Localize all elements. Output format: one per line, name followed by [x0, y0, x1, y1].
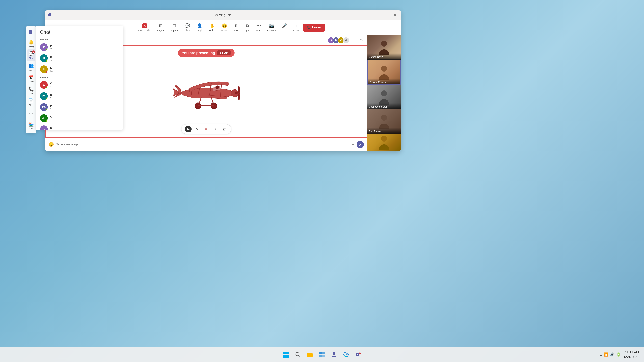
camera-icon: 📷	[269, 23, 274, 28]
svg-point-18	[216, 86, 219, 89]
chat-badge: 1	[32, 50, 35, 53]
status-dot	[46, 120, 48, 122]
chat-toolbar-label: Chat	[185, 29, 190, 32]
svg-line-30	[298, 355, 300, 357]
search-btn[interactable]	[293, 350, 303, 360]
avatar: C	[40, 81, 48, 89]
mic-icon: 🎤	[282, 23, 287, 28]
participant-name: Ray Tanaka	[367, 128, 401, 134]
share-btn[interactable]: ↑ Share	[291, 22, 302, 33]
pointer-btn[interactable]: ↖	[194, 126, 200, 132]
store-label: Store	[29, 128, 34, 130]
sidebar-item-activity[interactable]: 🔔 Activity	[27, 38, 36, 49]
file-explorer-btn[interactable]	[305, 350, 315, 360]
sidebar-item-calls[interactable]: 📞 Calls	[27, 85, 36, 96]
svg-text:T: T	[49, 13, 51, 16]
camera-label: Camera	[267, 29, 276, 32]
taskview-btn[interactable]	[317, 350, 327, 360]
recent-item-4[interactable]: OK O Y...	[36, 113, 123, 124]
sidebar-item-calendar[interactable]: 📅 Calendar	[27, 73, 36, 85]
upload-icon[interactable]: ↑	[352, 37, 356, 43]
stop-sharing-btn[interactable]: ✕ Stop sharing	[136, 22, 154, 33]
sidebar-item-files[interactable]: 📄 Files	[27, 96, 36, 108]
delete-btn[interactable]: 🗑	[221, 126, 228, 132]
recent-item-2[interactable]: EC E E...	[36, 90, 123, 102]
chat-btn[interactable]: 💬 Chat	[182, 22, 192, 33]
play-btn[interactable]: ▶	[185, 126, 192, 132]
pinned-item-2[interactable]: B B T...	[36, 53, 123, 64]
avatar-group: S D C +2	[328, 37, 350, 43]
avatar: OK	[40, 114, 48, 122]
layout-btn[interactable]: ⊞ Layout	[155, 22, 167, 33]
send-btn[interactable]: ➤	[356, 141, 364, 148]
recent-item-5[interactable]: DF D D...	[36, 124, 123, 130]
sidebar-item-teams[interactable]: 👥 Teams	[27, 61, 36, 73]
attach-icon[interactable]: +	[352, 142, 354, 147]
smiley-icon[interactable]: 😊	[49, 142, 54, 147]
pop-out-icon: ⊡	[172, 23, 176, 28]
status-dot	[46, 98, 48, 100]
pen-red-btn[interactable]: ✏	[203, 126, 210, 132]
teams-meet-btn[interactable]	[329, 350, 339, 360]
participants-sidebar: Serena Davis Daniela Mandera	[367, 35, 401, 151]
status-dot	[46, 87, 48, 89]
status-dot	[46, 49, 48, 51]
recent-item-3[interactable]: MB M S...	[36, 102, 123, 113]
pop-out-btn[interactable]: ⊡ Pop out	[168, 22, 181, 33]
raise-btn[interactable]: ✋ Raise	[207, 22, 218, 33]
sidebar-item-chat[interactable]: 💬 1 Chat	[27, 49, 36, 61]
pinned-label: Pinned	[36, 37, 123, 41]
teams-main-btn[interactable]: T	[353, 350, 363, 360]
sidebar-item-more[interactable]: •••	[27, 108, 36, 120]
close-btn[interactable]: ✕	[392, 12, 398, 18]
camera-btn[interactable]: 📷 Camera	[265, 22, 278, 33]
settings-icon[interactable]: ⚙	[358, 37, 364, 43]
presenting-text: You are presenting	[182, 51, 215, 55]
recent-item-1[interactable]: C C C...	[36, 79, 123, 90]
svg-point-39	[359, 353, 361, 354]
people-label: People	[196, 29, 203, 32]
chevron-up-icon[interactable]: ∧	[600, 353, 602, 357]
view-btn[interactable]: 👁 View	[231, 22, 241, 33]
participant-tile: Charlotte de Crum	[367, 85, 401, 109]
more-label: More	[256, 29, 261, 32]
pen-gray-btn[interactable]: ✒	[212, 126, 219, 132]
participant-tile: Ray Tanaka	[367, 109, 401, 134]
phone-icon: 📞	[307, 26, 311, 29]
react-btn[interactable]: 😊 React	[219, 22, 230, 33]
svg-rect-28	[286, 355, 289, 358]
taskbar-right: ∧ 📶 🔊 🔋 11:11 AM 6/24/2021	[600, 350, 639, 359]
participant-name: Charlotte de Crum	[367, 103, 401, 109]
apps-icon: ⧉	[246, 23, 249, 28]
chat-panel: Chat Pinned P P D... B B T... K K K... R…	[36, 26, 123, 130]
start-btn[interactable]	[281, 350, 291, 360]
svg-rect-34	[319, 355, 322, 357]
react-label: React	[221, 29, 228, 32]
participant-tile	[367, 134, 401, 151]
chat-message-input[interactable]	[56, 143, 349, 146]
more-icon: •••	[29, 112, 33, 116]
stop-presenting-btn[interactable]: STOP	[217, 50, 230, 55]
apps-btn[interactable]: ⧉ Apps	[242, 22, 252, 33]
minimize-btn[interactable]: ─	[376, 12, 382, 18]
avatar: DF	[40, 125, 48, 130]
maximize-btn[interactable]: □	[384, 12, 390, 18]
window-titlebar: T Meeting Title ••• ─ □ ✕	[45, 10, 401, 20]
more-toolbar-icon: •••	[256, 23, 261, 28]
leave-btn[interactable]: 📞 Leave	[303, 24, 325, 31]
more-options-btn[interactable]: •••	[368, 12, 374, 18]
mic-btn[interactable]: 🎤 Mic	[280, 22, 290, 33]
people-btn[interactable]: 👤 People	[194, 22, 206, 33]
teams-sidebar-app: T 🔔 Activity 💬 1 Chat 👥 Teams 📅 Calendar…	[26, 26, 36, 133]
sidebar-item-store[interactable]: 🏪 Store	[27, 120, 36, 132]
svg-line-19	[191, 91, 192, 95]
teams-logo-main: T	[48, 12, 53, 18]
svg-point-23	[381, 115, 387, 121]
taskbar: T ∧ 📶 🔊 🔋 11:11 AM 6/24/2021	[0, 347, 644, 362]
svg-point-36	[333, 352, 336, 355]
edge-btn[interactable]	[341, 350, 351, 360]
svg-rect-32	[319, 352, 322, 354]
more-btn[interactable]: ••• More	[254, 22, 264, 33]
pinned-item-1[interactable]: P P D...	[36, 41, 123, 53]
pinned-item-3[interactable]: K K K...	[36, 64, 123, 75]
